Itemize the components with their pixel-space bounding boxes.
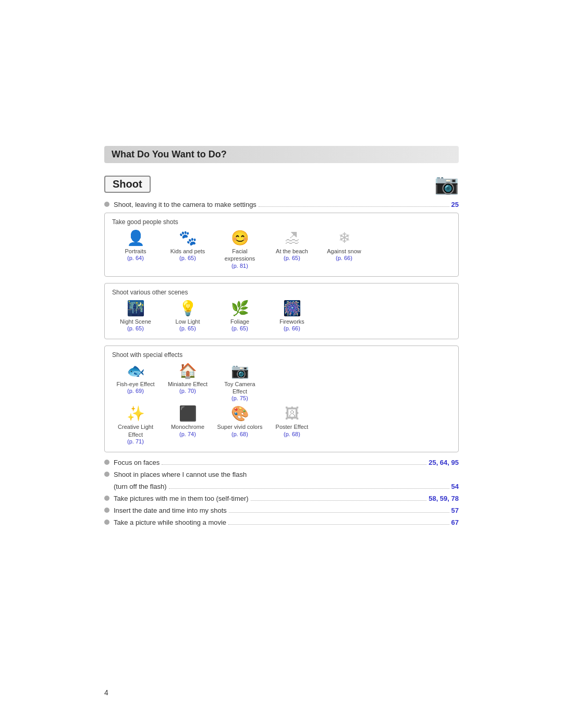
- beach-label: At the beach: [276, 248, 308, 255]
- creative-light-icon: ✨: [127, 406, 145, 421]
- kids-pets-icon: 🐾: [179, 231, 197, 245]
- fisheye-page[interactable]: (p. 69): [127, 388, 144, 394]
- box-scenes-title: Shoot various other scenes: [112, 289, 451, 296]
- icon-poster: 🖼 Poster Effect (p. 68): [268, 406, 315, 437]
- effects-rows: 🐟 Fish-eye Effect (p. 69) 🏠 Miniature Ef…: [112, 364, 451, 445]
- fireworks-label: Fireworks: [279, 318, 304, 325]
- portrait-icon: 👤: [127, 231, 145, 245]
- poster-page[interactable]: (p. 68): [284, 431, 300, 437]
- bullet-dot: [104, 472, 109, 477]
- icon-foliage: 🌿 Foliage (p. 65): [216, 301, 263, 331]
- icon-fisheye: 🐟 Fish-eye Effect (p. 69): [112, 364, 159, 394]
- box-other-scenes: Shoot various other scenes 🌃 Night Scene…: [104, 283, 459, 339]
- no-flash-line1: Shoot in places where I cannot use the f…: [104, 471, 459, 478]
- shoot-bullet-pageref[interactable]: 25: [451, 201, 459, 208]
- self-timer-text: Take pictures with me in them too (self-…: [114, 495, 249, 502]
- box-special-effects: Shoot with special effects 🐟 Fish-eye Ef…: [104, 346, 459, 452]
- beach-icon: 🏖: [285, 231, 299, 245]
- facial-page[interactable]: (p. 81): [231, 263, 248, 269]
- bullet-movie: Take a picture while shooting a movie 67: [104, 519, 459, 526]
- kids-pets-label: Kids and pets: [170, 248, 205, 255]
- icon-beach: 🏖 At the beach (p. 65): [268, 231, 315, 261]
- focus-faces-text: Focus on faces: [114, 459, 160, 466]
- foliage-page[interactable]: (p. 65): [231, 325, 248, 331]
- dotted-separator: [169, 488, 449, 489]
- monochrome-page[interactable]: (p. 74): [179, 431, 196, 437]
- bullet-no-flash: Shoot in places where I cannot use the f…: [104, 471, 459, 490]
- shoot-label: Shoot: [104, 176, 151, 193]
- box-people-shots: Take good people shots 👤 Portraits (p. 6…: [104, 213, 459, 277]
- portraits-page[interactable]: (p. 64): [127, 255, 144, 261]
- night-scene-page[interactable]: (p. 65): [127, 325, 144, 331]
- effects-row2: ✨ Creative Light Effect (p. 71) ⬛ Monoch…: [112, 406, 451, 445]
- kids-pets-page[interactable]: (p. 65): [179, 255, 196, 261]
- low-light-label: Low Light: [175, 318, 200, 325]
- super-vivid-icon: 🎨: [231, 406, 249, 421]
- movie-pageref[interactable]: 67: [451, 519, 459, 526]
- facial-label: Facial expressions: [216, 248, 263, 263]
- icon-miniature: 🏠 Miniature Effect (p. 70): [164, 364, 211, 394]
- icon-super-vivid: 🎨 Super vivid colors (p. 68): [216, 406, 263, 437]
- poster-label: Poster Effect: [276, 423, 309, 430]
- fireworks-icon: 🎆: [283, 301, 301, 316]
- snow-label: Against snow: [327, 248, 361, 255]
- box-people-title: Take good people shots: [112, 218, 451, 226]
- bullet-dot: [104, 496, 109, 501]
- icon-kids-pets: 🐾 Kids and pets (p. 65): [164, 231, 211, 261]
- no-flash-indent: (turn off the flash): [114, 483, 167, 490]
- no-flash-pageref[interactable]: 54: [451, 483, 459, 490]
- date-time-text: Insert the date and time into my shots: [114, 507, 227, 514]
- fisheye-label: Fish-eye Effect: [116, 380, 154, 388]
- toy-camera-label: Toy Camera Effect: [216, 380, 263, 396]
- snow-icon: ❄: [338, 231, 350, 245]
- icon-snow: ❄ Against snow (p. 66): [321, 231, 368, 261]
- fireworks-page[interactable]: (p. 66): [284, 325, 300, 331]
- facial-icon: 😊: [231, 231, 249, 245]
- bullet-dot: [104, 202, 109, 207]
- movie-text: Take a picture while shooting a movie: [114, 519, 226, 526]
- section-title: What Do You Want to Do?: [104, 146, 459, 163]
- focus-faces-pageref[interactable]: 25, 64, 95: [429, 459, 459, 466]
- dotted-separator: [229, 512, 449, 513]
- dotted-separator: [228, 524, 449, 525]
- beach-page[interactable]: (p. 65): [284, 255, 300, 261]
- shoot-bullet-text: Shoot, leaving it to the camera to make …: [114, 201, 256, 208]
- icon-toy-camera: 📷 Toy Camera Effect (p. 75): [216, 364, 263, 402]
- date-time-pageref[interactable]: 57: [451, 507, 459, 514]
- toy-camera-page[interactable]: (p. 75): [231, 395, 248, 401]
- foliage-icon: 🌿: [231, 301, 249, 316]
- dotted-separator: [259, 206, 449, 207]
- icon-facial-expressions: 😊 Facial expressions (p. 81): [216, 231, 263, 269]
- self-timer-pageref[interactable]: 58, 59, 78: [429, 495, 459, 502]
- creative-light-label: Creative Light Effect: [112, 423, 159, 438]
- snow-page[interactable]: (p. 66): [336, 255, 352, 261]
- page-number: 4: [104, 688, 108, 697]
- monochrome-label: Monochrome: [171, 423, 204, 430]
- super-vivid-page[interactable]: (p. 68): [231, 431, 248, 437]
- no-flash-text: Shoot in places where I cannot use the f…: [114, 471, 247, 478]
- bullet-dot: [104, 520, 109, 525]
- poster-icon: 🖼: [285, 406, 299, 421]
- miniature-label: Miniature Effect: [168, 380, 207, 388]
- people-icons-row: 👤 Portraits (p. 64) 🐾 Kids and pets (p. …: [112, 231, 451, 269]
- shoot-bullet: Shoot, leaving it to the camera to make …: [104, 201, 459, 208]
- foliage-label: Foliage: [230, 318, 249, 325]
- super-vivid-label: Super vivid colors: [217, 423, 263, 430]
- low-light-page[interactable]: (p. 65): [179, 325, 196, 331]
- no-flash-line2: (turn off the flash) 54: [104, 483, 459, 490]
- fisheye-icon: 🐟: [127, 364, 145, 378]
- icon-creative-light: ✨ Creative Light Effect (p. 71): [112, 406, 159, 445]
- dotted-separator: [162, 464, 426, 465]
- bullet-self-timer: Take pictures with me in them too (self-…: [104, 495, 459, 502]
- page: What Do You Want to Do? Shoot 📷 Shoot, l…: [0, 0, 563, 728]
- dotted-separator: [251, 500, 427, 501]
- miniature-page[interactable]: (p. 70): [179, 388, 196, 394]
- night-scene-label: Night Scene: [120, 318, 151, 325]
- bullet-dot: [104, 508, 109, 513]
- toy-camera-icon: 📷: [231, 364, 249, 378]
- icon-monochrome: ⬛ Monochrome (p. 74): [164, 406, 211, 437]
- night-scene-icon: 🌃: [127, 301, 145, 316]
- creative-light-page[interactable]: (p. 71): [127, 438, 144, 445]
- bullet-date-time: Insert the date and time into my shots 5…: [104, 507, 459, 514]
- icon-fireworks: 🎆 Fireworks (p. 66): [268, 301, 315, 331]
